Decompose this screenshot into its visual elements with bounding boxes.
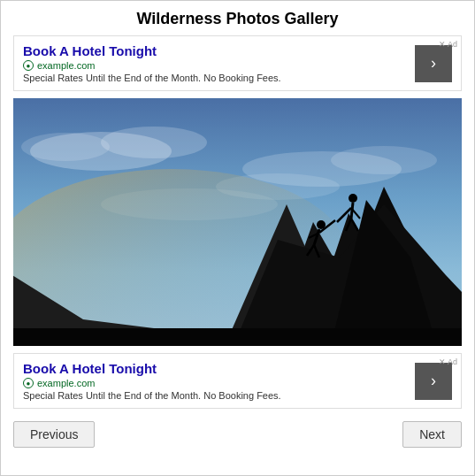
previous-button[interactable]: Previous — [13, 421, 95, 448]
top-ad-description: Special Rates Until the End of the Month… — [23, 73, 406, 83]
page-title: Wilderness Photos Gallery — [1, 1, 474, 35]
top-ad-domain: ● example.com — [23, 60, 406, 71]
top-ad-arrow-icon: › — [431, 54, 436, 73]
bottom-ad-arrow-icon: › — [431, 372, 436, 390]
svg-rect-28 — [13, 328, 462, 346]
top-ad-text: Book A Hotel Tonight ● example.com Speci… — [23, 43, 406, 83]
bottom-ad-domain-icon: ● — [23, 378, 34, 388]
top-ad-domain-icon: ● — [23, 60, 34, 71]
bottom-ad-domain-text: example.com — [37, 378, 95, 388]
top-ad-title[interactable]: Book A Hotel Tonight — [23, 43, 406, 58]
bottom-ad-title[interactable]: Book A Hotel Tonight — [23, 361, 406, 376]
bottom-ad-text: Book A Hotel Tonight ● example.com Speci… — [23, 361, 406, 401]
svg-point-5 — [331, 146, 437, 174]
bottom-ad-close[interactable]: ✕ Ad — [439, 357, 457, 366]
bottom-ad-description: Special Rates Until the End of the Month… — [23, 390, 406, 401]
top-ad-arrow-button[interactable]: › — [415, 45, 452, 82]
photo-container — [13, 98, 462, 346]
next-button[interactable]: Next — [402, 421, 462, 448]
bottom-ad-domain: ● example.com — [23, 378, 406, 388]
top-ad-close[interactable]: ✕ Ad — [439, 40, 457, 49]
svg-point-17 — [349, 194, 357, 203]
svg-point-2 — [101, 127, 207, 158]
nav-buttons: Previous Next — [1, 412, 474, 457]
bottom-ad-arrow-button[interactable]: › — [415, 363, 452, 400]
top-ad-banner: Book A Hotel Tonight ● example.com Speci… — [13, 35, 462, 91]
top-ad-domain-text: example.com — [37, 60, 95, 71]
bottom-ad-banner: Book A Hotel Tonight ● example.com Speci… — [13, 353, 462, 409]
svg-point-3 — [21, 133, 110, 161]
